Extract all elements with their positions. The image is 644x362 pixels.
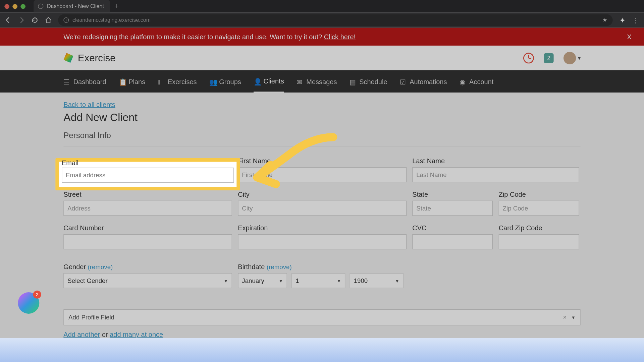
birthdate-month-select[interactable]: January▼: [238, 273, 287, 288]
cvc-field-wrap: CVC: [412, 224, 493, 249]
card-zip-label: Card Zip Code: [499, 224, 579, 232]
last-name-field-wrap: Last Name: [412, 157, 579, 182]
bottom-gradient: [0, 338, 644, 362]
city-input[interactable]: [238, 201, 407, 216]
clear-icon[interactable]: ×: [563, 314, 567, 321]
banner-text: We're redesigning the platform to make i…: [63, 33, 324, 41]
add-profile-field-select[interactable]: Add Profile Field × ▼: [63, 309, 580, 325]
chevron-down-icon: ▼: [224, 278, 228, 283]
users-icon: 👥: [209, 78, 216, 84]
notification-badge[interactable]: 2: [544, 53, 553, 63]
gender-remove-link[interactable]: (remove): [88, 263, 113, 270]
last-name-label: Last Name: [412, 157, 579, 165]
chevron-down-icon: ▾: [578, 55, 581, 61]
state-label: State: [412, 190, 493, 198]
nav-automations[interactable]: ☑Automations: [400, 70, 447, 93]
clock-icon[interactable]: [523, 53, 534, 63]
check-square-icon: ☑: [400, 78, 406, 84]
card-zip-input[interactable]: [499, 234, 579, 249]
highlight-callout: Email: [55, 158, 240, 190]
back-to-clients-link[interactable]: Back to all clients: [63, 101, 115, 108]
nav-clients[interactable]: 👤Clients: [254, 70, 284, 93]
cvc-input[interactable]: [412, 234, 493, 249]
list-icon: ☰: [63, 78, 70, 84]
url-text: cleandemo.staging.exercise.com: [72, 17, 151, 23]
nav-label: Account: [469, 77, 493, 85]
browser-menu-icon[interactable]: ⋮: [632, 16, 639, 23]
extensions-icon[interactable]: ✦: [619, 16, 626, 23]
highlight-email-label: Email: [62, 159, 234, 167]
card-number-field-wrap: Card Number: [63, 224, 232, 249]
nav-label: Clients: [264, 77, 284, 85]
birthdate-day-select[interactable]: 1▼: [291, 273, 345, 288]
zip-input[interactable]: [499, 201, 579, 216]
site-info-icon[interactable]: i: [63, 17, 69, 23]
add-many-link[interactable]: add many at once: [110, 331, 163, 339]
nav-label: Exercises: [168, 77, 197, 85]
banner-link[interactable]: Click here!: [324, 33, 356, 41]
gender-select[interactable]: Select Gender ▼: [63, 273, 232, 288]
add-profile-label: Add Profile Field: [68, 314, 114, 321]
nav-schedule[interactable]: ▤Schedule: [350, 70, 387, 93]
nav-plans[interactable]: 📋Plans: [119, 70, 145, 93]
banner-close-button[interactable]: X: [627, 33, 631, 41]
nav-exercises[interactable]: ⦀Exercises: [158, 70, 197, 93]
birthdate-remove-link[interactable]: (remove): [267, 263, 292, 270]
browser-toolbar: i cleandemo.staging.exercise.com ★ ✦ ⋮: [0, 12, 644, 27]
highlight-email-input[interactable]: [62, 167, 234, 182]
nav-home-icon[interactable]: [45, 16, 52, 23]
expiration-field-wrap: Expiration: [238, 224, 407, 249]
clipboard-icon: 📋: [119, 78, 125, 84]
zip-field-wrap: Zip Code: [499, 190, 579, 216]
browser-tab-bar: Dashboard - New Client +: [0, 0, 644, 12]
main-nav: ☰Dashboard 📋Plans ⦀Exercises 👥Groups 👤Cl…: [0, 70, 644, 93]
birthdate-year-select[interactable]: 1900▼: [350, 273, 404, 288]
globe-icon: [38, 4, 43, 9]
browser-tab[interactable]: Dashboard - New Client: [34, 0, 110, 12]
chevron-down-icon: ▼: [395, 278, 399, 283]
nav-dashboard[interactable]: ☰Dashboard: [63, 70, 106, 93]
bookmark-star-icon[interactable]: ★: [602, 17, 607, 23]
page-title: Add New Client: [63, 111, 580, 124]
tab-title: Dashboard - New Client: [47, 3, 104, 9]
nav-account[interactable]: ◉Account: [460, 70, 494, 93]
window-close-icon[interactable]: [4, 4, 9, 9]
nav-groups[interactable]: 👥Groups: [209, 70, 241, 93]
window-maximize-icon[interactable]: [20, 4, 25, 9]
street-input[interactable]: [63, 201, 232, 216]
add-another-link[interactable]: Add another: [63, 331, 100, 339]
window-minimize-icon[interactable]: [12, 4, 17, 9]
help-widget[interactable]: [18, 292, 39, 314]
nav-messages[interactable]: ✉Messages: [297, 70, 337, 93]
birthdate-field-wrap: Birthdate (remove) January▼ 1▼ 1900▼: [238, 263, 493, 288]
gender-field-wrap: Gender (remove) Select Gender ▼: [63, 263, 232, 288]
expiration-label: Expiration: [238, 224, 407, 232]
state-input[interactable]: [412, 201, 493, 216]
chevron-down-icon: ▼: [279, 278, 283, 283]
nav-label: Automations: [410, 77, 447, 85]
zip-label: Zip Code: [499, 190, 579, 198]
chevron-down-icon: ▼: [571, 315, 576, 320]
nav-forward-icon[interactable]: [18, 16, 25, 23]
nav-back-icon[interactable]: [4, 16, 11, 23]
brand-logo-icon: [63, 53, 73, 63]
nav-reload-icon[interactable]: [31, 16, 38, 23]
user-circle-icon: ◉: [460, 78, 466, 84]
last-name-input[interactable]: [412, 167, 579, 182]
expiration-input[interactable]: [238, 234, 407, 249]
nav-label: Plans: [128, 77, 145, 85]
birthdate-label: Birthdate (remove): [238, 263, 493, 270]
announcement-banner: We're redesigning the platform to make i…: [0, 28, 644, 46]
gender-selected: Select Gender: [67, 277, 107, 284]
brand[interactable]: Exercise: [63, 52, 115, 64]
nav-label: Messages: [306, 77, 337, 85]
address-bar[interactable]: i cleandemo.staging.exercise.com ★: [58, 14, 612, 26]
user-menu[interactable]: ▾: [564, 52, 581, 64]
card-number-input[interactable]: [63, 234, 232, 249]
card-zip-field-wrap: Card Zip Code: [499, 224, 579, 249]
callout-arrow-icon: [244, 133, 347, 200]
new-tab-button[interactable]: +: [115, 2, 119, 10]
envelope-icon: ✉: [297, 78, 303, 84]
app-header: Exercise 2 ▾: [0, 46, 644, 70]
cvc-label: CVC: [412, 224, 493, 232]
